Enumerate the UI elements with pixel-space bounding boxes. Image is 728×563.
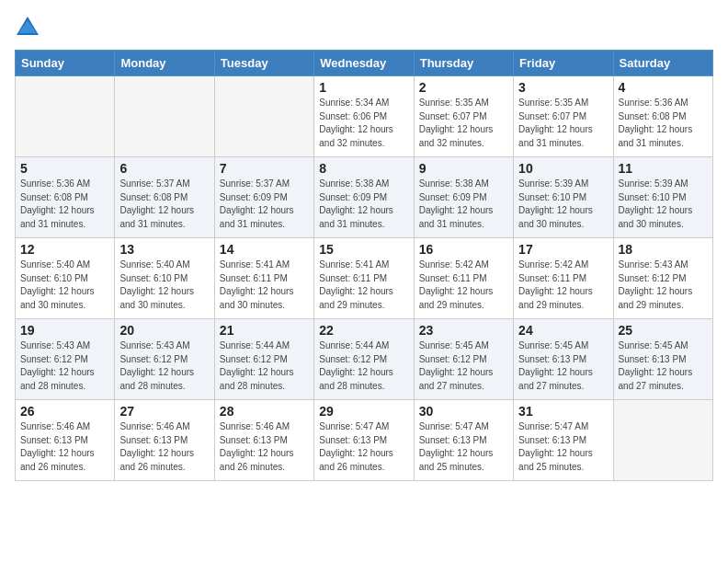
day-info: Sunrise: 5:43 AM Sunset: 6:12 PM Dayligh… bbox=[119, 339, 209, 393]
calendar-cell: 10Sunrise: 5:39 AM Sunset: 6:10 PM Dayli… bbox=[514, 157, 613, 238]
calendar-cell bbox=[115, 76, 214, 157]
calendar-cell: 9Sunrise: 5:38 AM Sunset: 6:09 PM Daylig… bbox=[414, 157, 513, 238]
calendar-cell: 26Sunrise: 5:46 AM Sunset: 6:13 PM Dayli… bbox=[16, 400, 115, 481]
calendar-cell: 13Sunrise: 5:40 AM Sunset: 6:10 PM Dayli… bbox=[115, 238, 214, 319]
day-info: Sunrise: 5:37 AM Sunset: 6:08 PM Dayligh… bbox=[119, 178, 209, 231]
page-header bbox=[15, 15, 713, 40]
day-info: Sunrise: 5:44 AM Sunset: 6:12 PM Dayligh… bbox=[319, 339, 408, 393]
calendar-cell: 27Sunrise: 5:46 AM Sunset: 6:13 PM Dayli… bbox=[115, 400, 214, 481]
weekday-header-row: SundayMondayTuesdayWednesdayThursdayFrid… bbox=[16, 51, 713, 76]
day-info: Sunrise: 5:35 AM Sunset: 6:07 PM Dayligh… bbox=[419, 97, 508, 150]
calendar-table: SundayMondayTuesdayWednesdayThursdayFrid… bbox=[15, 50, 713, 481]
calendar-cell: 19Sunrise: 5:43 AM Sunset: 6:12 PM Dayli… bbox=[16, 319, 115, 400]
day-info: Sunrise: 5:46 AM Sunset: 6:13 PM Dayligh… bbox=[220, 420, 309, 474]
day-number: 16 bbox=[419, 242, 508, 257]
day-number: 3 bbox=[518, 80, 608, 95]
day-number: 9 bbox=[419, 161, 508, 176]
calendar-cell: 20Sunrise: 5:43 AM Sunset: 6:12 PM Dayli… bbox=[115, 319, 214, 400]
calendar-cell: 11Sunrise: 5:39 AM Sunset: 6:10 PM Dayli… bbox=[613, 157, 712, 238]
day-number: 1 bbox=[319, 80, 408, 95]
calendar-week-row: 12Sunrise: 5:40 AM Sunset: 6:10 PM Dayli… bbox=[16, 238, 713, 319]
weekday-header-monday: Monday bbox=[115, 51, 214, 76]
day-info: Sunrise: 5:36 AM Sunset: 6:08 PM Dayligh… bbox=[20, 178, 109, 231]
day-number: 5 bbox=[20, 161, 109, 176]
day-number: 21 bbox=[220, 323, 309, 338]
day-info: Sunrise: 5:41 AM Sunset: 6:11 PM Dayligh… bbox=[220, 259, 309, 312]
calendar-cell: 16Sunrise: 5:42 AM Sunset: 6:11 PM Dayli… bbox=[414, 238, 513, 319]
day-info: Sunrise: 5:41 AM Sunset: 6:11 PM Dayligh… bbox=[319, 259, 408, 312]
calendar-week-row: 19Sunrise: 5:43 AM Sunset: 6:12 PM Dayli… bbox=[16, 319, 713, 400]
day-info: Sunrise: 5:45 AM Sunset: 6:12 PM Dayligh… bbox=[419, 339, 508, 393]
calendar-cell: 2Sunrise: 5:35 AM Sunset: 6:07 PM Daylig… bbox=[414, 76, 513, 157]
calendar-cell: 17Sunrise: 5:42 AM Sunset: 6:11 PM Dayli… bbox=[514, 238, 613, 319]
calendar-cell: 28Sunrise: 5:46 AM Sunset: 6:13 PM Dayli… bbox=[214, 400, 313, 481]
day-info: Sunrise: 5:38 AM Sunset: 6:09 PM Dayligh… bbox=[319, 178, 408, 231]
day-number: 31 bbox=[518, 404, 608, 419]
calendar-cell: 23Sunrise: 5:45 AM Sunset: 6:12 PM Dayli… bbox=[414, 319, 513, 400]
weekday-header-tuesday: Tuesday bbox=[214, 51, 313, 76]
weekday-header-wednesday: Wednesday bbox=[314, 51, 414, 76]
calendar-cell bbox=[214, 76, 313, 157]
svg-marker-1 bbox=[18, 20, 37, 33]
day-info: Sunrise: 5:45 AM Sunset: 6:13 PM Dayligh… bbox=[518, 339, 608, 393]
day-info: Sunrise: 5:39 AM Sunset: 6:10 PM Dayligh… bbox=[619, 178, 708, 231]
day-info: Sunrise: 5:42 AM Sunset: 6:11 PM Dayligh… bbox=[419, 259, 508, 312]
day-number: 7 bbox=[220, 161, 309, 176]
calendar-cell: 8Sunrise: 5:38 AM Sunset: 6:09 PM Daylig… bbox=[314, 157, 414, 238]
calendar-cell: 21Sunrise: 5:44 AM Sunset: 6:12 PM Dayli… bbox=[214, 319, 313, 400]
day-number: 12 bbox=[20, 242, 109, 257]
day-info: Sunrise: 5:37 AM Sunset: 6:09 PM Dayligh… bbox=[220, 178, 309, 231]
day-number: 24 bbox=[518, 323, 608, 338]
weekday-header-sunday: Sunday bbox=[16, 51, 115, 76]
logo bbox=[15, 15, 44, 40]
calendar-cell: 29Sunrise: 5:47 AM Sunset: 6:13 PM Dayli… bbox=[314, 400, 414, 481]
day-info: Sunrise: 5:46 AM Sunset: 6:13 PM Dayligh… bbox=[20, 420, 109, 474]
calendar-cell: 4Sunrise: 5:36 AM Sunset: 6:08 PM Daylig… bbox=[613, 76, 712, 157]
calendar-week-row: 5Sunrise: 5:36 AM Sunset: 6:08 PM Daylig… bbox=[16, 157, 713, 238]
calendar-week-row: 1Sunrise: 5:34 AM Sunset: 6:06 PM Daylig… bbox=[16, 76, 713, 157]
day-info: Sunrise: 5:46 AM Sunset: 6:13 PM Dayligh… bbox=[119, 420, 209, 474]
day-number: 18 bbox=[619, 242, 708, 257]
day-number: 14 bbox=[220, 242, 309, 257]
day-number: 2 bbox=[419, 80, 508, 95]
weekday-header-thursday: Thursday bbox=[414, 51, 513, 76]
calendar-cell: 31Sunrise: 5:47 AM Sunset: 6:13 PM Dayli… bbox=[514, 400, 613, 481]
day-info: Sunrise: 5:44 AM Sunset: 6:12 PM Dayligh… bbox=[220, 339, 309, 393]
day-info: Sunrise: 5:40 AM Sunset: 6:10 PM Dayligh… bbox=[20, 259, 109, 312]
day-number: 8 bbox=[319, 161, 408, 176]
day-info: Sunrise: 5:45 AM Sunset: 6:13 PM Dayligh… bbox=[619, 339, 708, 393]
calendar-cell: 7Sunrise: 5:37 AM Sunset: 6:09 PM Daylig… bbox=[214, 157, 313, 238]
calendar-cell: 1Sunrise: 5:34 AM Sunset: 6:06 PM Daylig… bbox=[314, 76, 414, 157]
calendar-cell bbox=[613, 400, 712, 481]
calendar-cell: 15Sunrise: 5:41 AM Sunset: 6:11 PM Dayli… bbox=[314, 238, 414, 319]
day-info: Sunrise: 5:38 AM Sunset: 6:09 PM Dayligh… bbox=[419, 178, 508, 231]
day-number: 26 bbox=[20, 404, 109, 419]
calendar-cell: 30Sunrise: 5:47 AM Sunset: 6:13 PM Dayli… bbox=[414, 400, 513, 481]
calendar-cell: 6Sunrise: 5:37 AM Sunset: 6:08 PM Daylig… bbox=[115, 157, 214, 238]
calendar-cell: 5Sunrise: 5:36 AM Sunset: 6:08 PM Daylig… bbox=[16, 157, 115, 238]
day-number: 29 bbox=[319, 404, 408, 419]
day-number: 28 bbox=[220, 404, 309, 419]
day-info: Sunrise: 5:34 AM Sunset: 6:06 PM Dayligh… bbox=[319, 97, 408, 150]
day-number: 10 bbox=[518, 161, 608, 176]
day-number: 4 bbox=[619, 80, 708, 95]
day-info: Sunrise: 5:35 AM Sunset: 6:07 PM Dayligh… bbox=[518, 97, 608, 150]
day-info: Sunrise: 5:40 AM Sunset: 6:10 PM Dayligh… bbox=[119, 259, 209, 312]
day-number: 23 bbox=[419, 323, 508, 338]
calendar-cell: 14Sunrise: 5:41 AM Sunset: 6:11 PM Dayli… bbox=[214, 238, 313, 319]
calendar-cell: 22Sunrise: 5:44 AM Sunset: 6:12 PM Dayli… bbox=[314, 319, 414, 400]
day-number: 19 bbox=[20, 323, 109, 338]
logo-icon bbox=[15, 15, 40, 40]
day-info: Sunrise: 5:39 AM Sunset: 6:10 PM Dayligh… bbox=[518, 178, 608, 231]
day-number: 27 bbox=[119, 404, 209, 419]
calendar-cell: 3Sunrise: 5:35 AM Sunset: 6:07 PM Daylig… bbox=[514, 76, 613, 157]
weekday-header-saturday: Saturday bbox=[613, 51, 712, 76]
day-number: 30 bbox=[419, 404, 508, 419]
day-info: Sunrise: 5:47 AM Sunset: 6:13 PM Dayligh… bbox=[419, 420, 508, 474]
calendar-cell: 25Sunrise: 5:45 AM Sunset: 6:13 PM Dayli… bbox=[613, 319, 712, 400]
day-info: Sunrise: 5:43 AM Sunset: 6:12 PM Dayligh… bbox=[619, 259, 708, 312]
day-number: 11 bbox=[619, 161, 708, 176]
day-number: 17 bbox=[518, 242, 608, 257]
day-info: Sunrise: 5:47 AM Sunset: 6:13 PM Dayligh… bbox=[518, 420, 608, 474]
day-number: 25 bbox=[619, 323, 708, 338]
